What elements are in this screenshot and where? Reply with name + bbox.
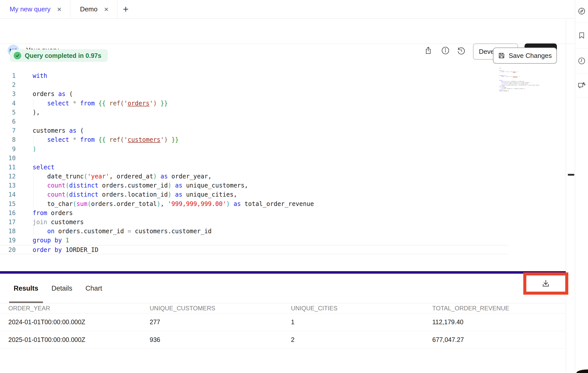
results-tab-results[interactable]: Results xyxy=(9,274,43,303)
compass-icon[interactable] xyxy=(575,0,588,22)
line-number: 6 xyxy=(0,117,21,126)
code-line-18[interactable]: 18 on orders.customer_id = customers.cus… xyxy=(0,227,508,236)
query-tab-bar: My new query×Demo× + xyxy=(0,0,575,19)
line-number: 3 xyxy=(0,89,21,99)
tab-demo[interactable]: Demo× xyxy=(70,0,117,18)
save-icon xyxy=(498,52,505,59)
save-changes-button[interactable]: Save Changes xyxy=(493,48,557,64)
line-number: 4 xyxy=(0,99,21,108)
table-cell: 936 xyxy=(141,336,283,343)
column-header: UNIQUE_CUSTOMERS xyxy=(141,305,283,312)
table-cell: 677,047.27 xyxy=(424,336,565,343)
query-header: MS Your query Develop xyxy=(0,19,575,44)
code-line-9[interactable]: 9) xyxy=(0,145,508,154)
code-line-16[interactable]: 16from orders xyxy=(0,208,508,218)
sql-editor[interactable]: 1with23orders as (4 select * from {{ ref… xyxy=(0,71,508,254)
code-line-20[interactable]: 20order by 1ORDER_ID xyxy=(0,245,508,254)
annotation-highlight-box xyxy=(523,272,568,295)
save-changes-label: Save Changes xyxy=(509,52,552,60)
status-banner: Query completed in 0.97s xyxy=(10,49,108,62)
line-number: 10 xyxy=(0,154,21,163)
main-panel: My new query×Demo× + MS Your query Devel… xyxy=(0,0,575,373)
table-cell: 2024-01-01T00:00:00.000Z xyxy=(0,318,141,326)
new-tab-button[interactable]: + xyxy=(117,0,134,18)
column-header: TOTAL_ORDER_REVENUE xyxy=(424,305,565,312)
close-icon[interactable]: × xyxy=(104,6,109,13)
code-line-14[interactable]: 14 count(distinct orders.location_id) as… xyxy=(0,190,508,199)
editor-minimap[interactable]: withorders as ( select * from {{ ref('or… xyxy=(499,68,542,92)
tab-label: Demo xyxy=(80,5,97,13)
history-icon[interactable] xyxy=(455,45,467,56)
right-sidebar xyxy=(575,0,588,373)
download-icon xyxy=(541,279,550,288)
code-line-5[interactable]: 5), xyxy=(0,108,508,117)
tab-label: My new query xyxy=(10,5,51,13)
code-line-1[interactable]: 1with xyxy=(0,71,508,80)
share-icon[interactable] xyxy=(422,45,434,56)
panel-divider[interactable] xyxy=(0,271,566,274)
success-check-icon xyxy=(14,52,21,59)
table-cell: 112,179.40 xyxy=(424,318,565,326)
code-line-2[interactable]: 2 xyxy=(0,80,508,89)
line-number: 20 xyxy=(0,245,21,254)
clock-icon[interactable] xyxy=(575,49,588,74)
code-line-13[interactable]: 13 count(distinct orders.customer_id) as… xyxy=(0,181,508,190)
table-row: 2024-01-01T00:00:00.000Z2771112,179.40 xyxy=(0,313,566,331)
code-line-15[interactable]: 15 to_char(sum(orders.order_total), '999… xyxy=(0,199,508,208)
tab-my-new-query[interactable]: My new query× xyxy=(0,0,70,18)
line-number: 1 xyxy=(0,71,21,80)
table-row: 2025-01-01T00:00:00.000Z9362677,047.27 xyxy=(0,331,566,349)
line-number: 14 xyxy=(0,190,21,199)
results-tab-bar: ResultsDetailsChart xyxy=(0,274,566,303)
code-line-10[interactable]: 10 xyxy=(0,154,508,163)
column-header: ORDER_YEAR xyxy=(0,305,141,312)
code-line-6[interactable]: 6 xyxy=(0,117,508,126)
table-cell: 2 xyxy=(283,336,424,343)
line-number: 11 xyxy=(0,163,21,172)
ai-chat-icon[interactable] xyxy=(575,74,588,98)
line-number: 8 xyxy=(0,135,21,144)
line-number: 19 xyxy=(0,236,21,245)
line-number: 13 xyxy=(0,181,21,190)
code-line-11[interactable]: 11select xyxy=(0,163,508,172)
code-line-12[interactable]: 12 date_trunc('year', ordered_at) as ord… xyxy=(0,172,508,181)
line-number: 7 xyxy=(0,126,21,135)
close-icon[interactable]: × xyxy=(57,6,62,13)
download-results-button[interactable] xyxy=(538,276,553,291)
line-number: 17 xyxy=(0,218,21,227)
code-line-19[interactable]: 19group by 1 xyxy=(0,236,508,245)
table-cell: 2025-01-01T00:00:00.000Z xyxy=(0,336,141,343)
code-line-3[interactable]: 3orders as ( xyxy=(0,89,508,99)
code-line-4[interactable]: 4 select * from {{ ref('orders') }} xyxy=(0,99,508,108)
bookmark-icon[interactable] xyxy=(575,22,588,49)
table-header-row: ORDER_YEARUNIQUE_CUSTOMERSUNIQUE_CITIEST… xyxy=(0,303,566,313)
table-cell: 277 xyxy=(141,318,283,326)
results-tab-chart[interactable]: Chart xyxy=(81,274,107,303)
column-header: UNIQUE_CITIES xyxy=(283,305,424,312)
line-number: 16 xyxy=(0,208,21,218)
minimap-line: to_char(sum(orders.order_total), '999,99… xyxy=(499,85,542,86)
line-number: 15 xyxy=(0,199,21,208)
status-text: Query completed in 0.97s xyxy=(25,52,101,59)
line-number: 5 xyxy=(0,108,21,117)
info-icon[interactable] xyxy=(440,45,451,56)
line-number: 2 xyxy=(0,80,21,89)
results-table: ORDER_YEARUNIQUE_CUSTOMERSUNIQUE_CITIEST… xyxy=(0,303,566,349)
line-number: 9 xyxy=(0,145,21,154)
minimap-line: order by 1ORDER_ID xyxy=(499,90,542,92)
code-line-17[interactable]: 17join customers xyxy=(0,218,508,227)
content-right-border xyxy=(566,19,566,373)
code-line-8[interactable]: 8 select * from {{ ref('customers') }} xyxy=(0,135,508,144)
scrollbar-thumb[interactable] xyxy=(568,174,574,176)
code-line-7[interactable]: 7customers as ( xyxy=(0,126,508,135)
results-tab-details[interactable]: Details xyxy=(47,274,77,303)
line-number: 12 xyxy=(0,172,21,181)
line-number: 18 xyxy=(0,227,21,236)
table-cell: 1 xyxy=(283,318,424,326)
